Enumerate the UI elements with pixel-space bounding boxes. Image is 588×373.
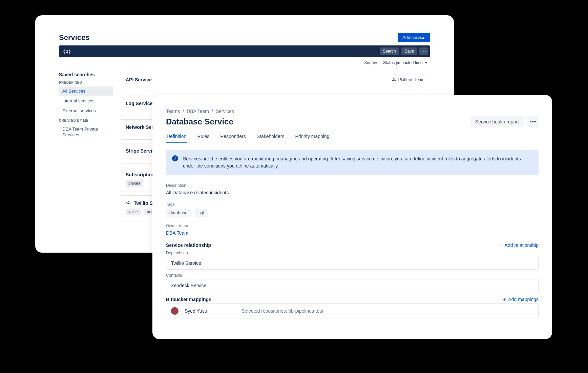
breadcrumb-item[interactable]: Teams <box>166 109 180 114</box>
add-service-button[interactable]: Add service <box>398 33 430 42</box>
list-item[interactable]: API Service Platform Team <box>120 72 430 92</box>
services-header: Services Add service <box>59 33 430 42</box>
plus-icon: + <box>499 242 502 248</box>
add-relationship-button[interactable]: + Add relationship <box>499 242 539 248</box>
team-icon <box>392 77 396 82</box>
service-detail-inner: Teams/ DBA Team/ Services Database Servi… <box>166 109 539 332</box>
plus-icon: + <box>503 297 506 302</box>
sort-value: Status (impacted first) <box>383 60 423 65</box>
svg-point-1 <box>394 79 395 80</box>
service-detail-card: Teams/ DBA Team/ Services Database Servi… <box>152 95 552 339</box>
svg-point-2 <box>128 201 129 202</box>
contains-value[interactable]: Zendesk Service <box>166 279 539 292</box>
info-text: Services are the entities you are monito… <box>183 155 532 170</box>
service-name: API Service <box>126 77 152 82</box>
save-search-button[interactable]: Save <box>401 47 417 55</box>
mapping-user: Syed Yusuf <box>185 308 235 314</box>
depends-on-label: Depends on <box>166 251 539 255</box>
bitbucket-heading: Bitbucket mappings <box>166 297 211 302</box>
service-health-button[interactable]: Service health report <box>470 116 524 127</box>
tag: database <box>166 209 191 217</box>
detail-actions: Service health report ••• <box>470 116 539 127</box>
search-input[interactable] <box>75 49 377 54</box>
relationship-heading: Service relationship <box>166 242 211 248</box>
team-label: Platform Team <box>392 77 424 82</box>
sidebar-item-external[interactable]: External services <box>59 106 113 115</box>
depends-on-value[interactable]: Twillio Service <box>166 257 539 270</box>
breadcrumb-item[interactable]: DBA Team <box>187 109 209 114</box>
page-title: Services <box>59 33 90 42</box>
search-button[interactable]: Search <box>380 47 399 55</box>
tag: sql <box>195 209 208 217</box>
tab-stakeholders[interactable]: Stakeholders <box>256 134 285 143</box>
page-title: Database Service <box>166 117 233 126</box>
detail-header: Database Service Service health report •… <box>166 116 539 127</box>
info-icon: i <box>172 155 178 161</box>
owner-team-label: Owner team <box>166 223 539 228</box>
sidebar-item-dba-private[interactable]: DBA Team Private Services <box>59 124 113 140</box>
more-icon[interactable]: ••• <box>527 116 539 127</box>
tags-label: Tags <box>166 202 539 207</box>
owner-team-link[interactable]: DBA Team <box>166 230 539 236</box>
sort-select[interactable]: Status (impacted first) <box>380 59 430 66</box>
tab-priority-mapping[interactable]: Priority mapping <box>294 134 330 143</box>
tabs: Definition Rules Responders Stakeholders… <box>166 134 539 143</box>
svg-point-0 <box>393 78 394 80</box>
sidebar-sub-predefined: PREDEFINED <box>59 81 113 84</box>
sidebar-item-all-services[interactable]: All Services <box>59 86 113 96</box>
sidebar-item-internal[interactable]: Internal services <box>59 96 113 105</box>
tag: voice <box>126 209 141 215</box>
breadcrumb-item[interactable]: Services <box>216 109 234 114</box>
relationship-section-head: Service relationship + Add relationship <box>166 242 539 248</box>
sort-by-label: Sort by <box>364 60 377 65</box>
tab-responders[interactable]: Responders <box>219 134 247 143</box>
sidebar-sub-created: CREATED BY ME <box>59 119 113 122</box>
more-icon[interactable]: ⋯ <box>419 47 428 55</box>
add-mappings-button[interactable]: + Add mappings <box>503 297 539 302</box>
sidebar-heading: Saved searches <box>59 72 113 77</box>
breadcrumb: Teams/ DBA Team/ Services <box>166 109 539 114</box>
description-label: Description <box>166 183 539 188</box>
bitbucket-section-head: Bitbucket mappings + Add mappings <box>166 297 539 302</box>
info-banner: i Services are the entities you are moni… <box>166 150 539 175</box>
tags-row: database sql <box>166 209 539 217</box>
twillio-icon <box>126 200 131 206</box>
query-icon: {Q} <box>61 49 73 54</box>
tab-definition[interactable]: Definition <box>166 134 187 143</box>
tag: private <box>126 180 143 187</box>
mapping-row[interactable]: Syed Yusuf Selected repositories: bb-pip… <box>166 303 539 318</box>
mapping-repos: Selected repositories: bb-pipelines-test <box>241 308 323 314</box>
tab-rules[interactable]: Rules <box>196 134 210 143</box>
sidebar: Saved searches PREDEFINED All Services I… <box>59 72 113 220</box>
contains-label: Contains <box>166 273 539 278</box>
search-bar: {Q} Search Save ⋯ <box>59 45 430 57</box>
description-value: All Database related incidents. <box>166 190 539 195</box>
chevron-down-icon <box>425 62 427 64</box>
avatar <box>171 307 178 315</box>
sort-row: Sort by Status (impacted first) <box>59 59 430 66</box>
